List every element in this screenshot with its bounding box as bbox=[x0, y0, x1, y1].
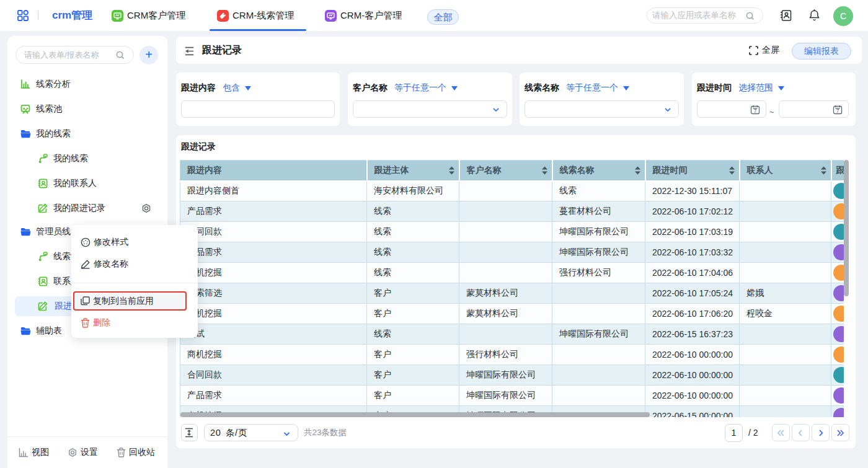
svg-text:7: 7 bbox=[836, 108, 839, 114]
svg-text:7: 7 bbox=[754, 108, 757, 114]
